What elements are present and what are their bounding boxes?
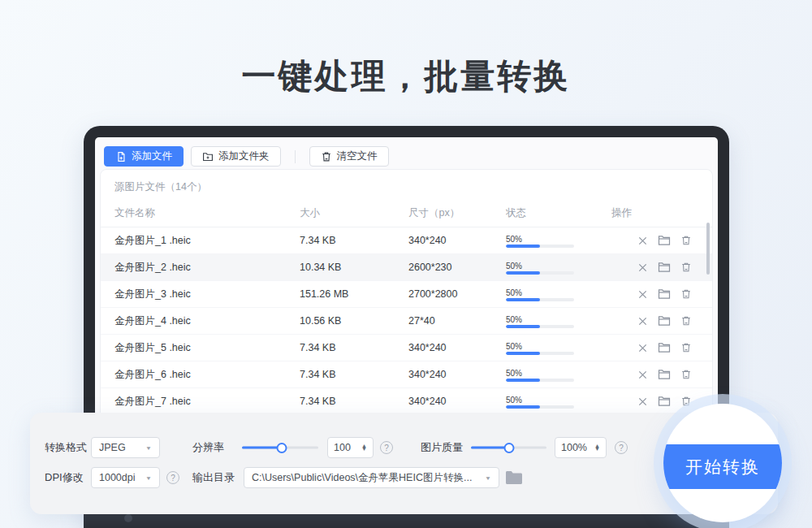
file-size: 7.34 KB — [300, 342, 408, 353]
chevron-down-icon: ▼ — [145, 444, 152, 450]
add-folder-button[interactable]: 添加文件夹 — [191, 146, 281, 167]
chevron-down-icon: ▼ — [485, 474, 491, 480]
stepper-icon[interactable]: ▲ ▼ — [594, 444, 600, 452]
cancel-icon[interactable] — [636, 288, 649, 301]
cancel-icon[interactable] — [636, 314, 649, 327]
progress: 50% — [506, 314, 574, 328]
col-size: 大小 — [300, 206, 408, 220]
table-row: 金舟图片_4 .heic 10.56 KB 27*40 50% — [101, 308, 712, 335]
folder-plus-icon — [202, 151, 214, 162]
row-actions — [611, 395, 712, 408]
open-folder-icon[interactable] — [658, 261, 671, 274]
row-actions — [611, 234, 712, 247]
stepper-down-icon[interactable]: ▼ — [594, 448, 600, 451]
quality-slider[interactable] — [471, 447, 546, 449]
add-files-button[interactable]: 添加文件 — [104, 146, 184, 167]
browse-folder-button[interactable] — [505, 470, 523, 486]
cancel-icon[interactable] — [636, 261, 649, 274]
file-size: 10.56 KB — [300, 315, 408, 327]
resolution-help-icon[interactable]: ? — [380, 441, 393, 454]
progress: 50% — [506, 287, 574, 301]
row-actions — [611, 261, 712, 274]
open-folder-icon[interactable] — [658, 395, 671, 408]
resolution-input[interactable]: 100 ▲ ▼ — [327, 437, 374, 458]
progress-track — [506, 352, 574, 355]
progress-track — [506, 405, 574, 409]
table-row: 金舟图片_2 .heic 10.34 KB 2600*230 50% — [101, 254, 712, 281]
start-convert-button[interactable]: 开始转换 — [663, 404, 782, 522]
output-dir-value: C:\Users\Public\Videos\金舟苹果HEIC图片转换... — [252, 471, 472, 485]
file-table-body: 金舟图片_1 .heic 7.34 KB 340*240 50% — [101, 227, 712, 415]
resolution-slider[interactable] — [242, 447, 318, 449]
cancel-icon[interactable] — [636, 341, 649, 354]
delete-icon[interactable] — [680, 234, 693, 247]
cancel-icon[interactable] — [636, 395, 649, 408]
delete-icon[interactable] — [680, 288, 693, 301]
delete-icon[interactable] — [680, 261, 693, 274]
file-dimensions: 340*240 — [408, 235, 506, 246]
clear-files-button[interactable]: 清空文件 — [309, 146, 389, 167]
file-dimensions: 340*240 — [408, 396, 506, 407]
open-folder-icon[interactable] — [658, 368, 671, 381]
progress-track — [506, 298, 574, 301]
dpi-select[interactable]: 1000dpi ▼ — [91, 467, 160, 488]
monitor-power-dot — [124, 514, 132, 522]
file-dimensions: 2600*230 — [408, 262, 506, 273]
format-value: JPEG — [99, 442, 126, 453]
dpi-help-icon[interactable]: ? — [166, 471, 179, 484]
row-actions — [611, 314, 712, 327]
resolution-label: 分辨率 — [192, 440, 224, 455]
chevron-down-icon: ▼ — [145, 474, 152, 480]
open-folder-icon[interactable] — [658, 341, 671, 354]
add-folder-label: 添加文件夹 — [218, 149, 270, 163]
quality-label: 图片质量 — [421, 440, 463, 455]
open-folder-icon[interactable] — [658, 288, 671, 301]
open-folder-icon[interactable] — [658, 314, 671, 327]
delete-icon[interactable] — [680, 368, 693, 381]
quality-input[interactable]: 100% ▲ ▼ — [555, 437, 607, 458]
delete-icon[interactable] — [680, 314, 693, 327]
file-name: 金舟图片_3 .heic — [114, 288, 300, 301]
clear-files-label: 清空文件 — [337, 149, 378, 163]
delete-icon[interactable] — [680, 395, 693, 408]
quality-help-icon[interactable]: ? — [615, 441, 628, 454]
resolution-slider-thumb[interactable] — [276, 443, 287, 453]
cancel-icon[interactable] — [636, 368, 649, 381]
page-title: 一键处理，批量转换 — [0, 54, 812, 99]
stepper-down-icon[interactable]: ▼ — [361, 448, 367, 451]
progress-label: 50% — [506, 235, 522, 244]
progress: 50% — [506, 367, 574, 382]
file-dimensions: 2700*2800 — [408, 288, 506, 300]
start-convert-label: 开始转换 — [663, 444, 782, 489]
progress: 50% — [506, 394, 574, 409]
file-plus-icon — [115, 151, 127, 162]
progress: 50% — [506, 233, 574, 248]
resolution-value: 100 — [334, 442, 351, 453]
output-dir-select[interactable]: C:\Users\Public\Videos\金舟苹果HEIC图片转换... ▼ — [244, 467, 499, 488]
vertical-scrollbar[interactable] — [706, 223, 710, 275]
col-filename: 文件名称 — [114, 206, 300, 220]
format-select[interactable]: JPEG ▼ — [91, 437, 160, 458]
quality-slider-thumb[interactable] — [503, 443, 514, 453]
table-row: 金舟图片_5 .heic 7.34 KB 340*240 50% — [101, 335, 712, 361]
progress-fill — [506, 298, 540, 301]
delete-icon[interactable] — [680, 341, 693, 354]
table-row: 金舟图片_6 .heic 7.34 KB 340*240 50% — [101, 361, 712, 388]
file-name: 金舟图片_5 .heic — [114, 341, 300, 355]
progress-fill — [506, 245, 540, 248]
stepper-icon[interactable]: ▲ ▼ — [361, 444, 367, 452]
progress-label: 50% — [506, 342, 522, 351]
trash-icon — [321, 151, 332, 162]
progress-label: 50% — [506, 396, 522, 405]
progress-fill — [506, 405, 540, 409]
file-name: 金舟图片_2 .heic — [114, 261, 300, 275]
dpi-label: DPI修改 — [45, 470, 84, 485]
table-row: 金舟图片_3 .heic 151.26 MB 2700*2800 50% — [101, 281, 712, 308]
open-folder-icon[interactable] — [658, 234, 671, 247]
cancel-icon[interactable] — [636, 234, 649, 247]
progress: 50% — [506, 340, 574, 355]
file-list-title: 源图片文件（14个） — [101, 170, 712, 194]
row-actions — [611, 341, 712, 354]
file-size: 7.34 KB — [300, 396, 408, 407]
progress-fill — [506, 271, 540, 275]
